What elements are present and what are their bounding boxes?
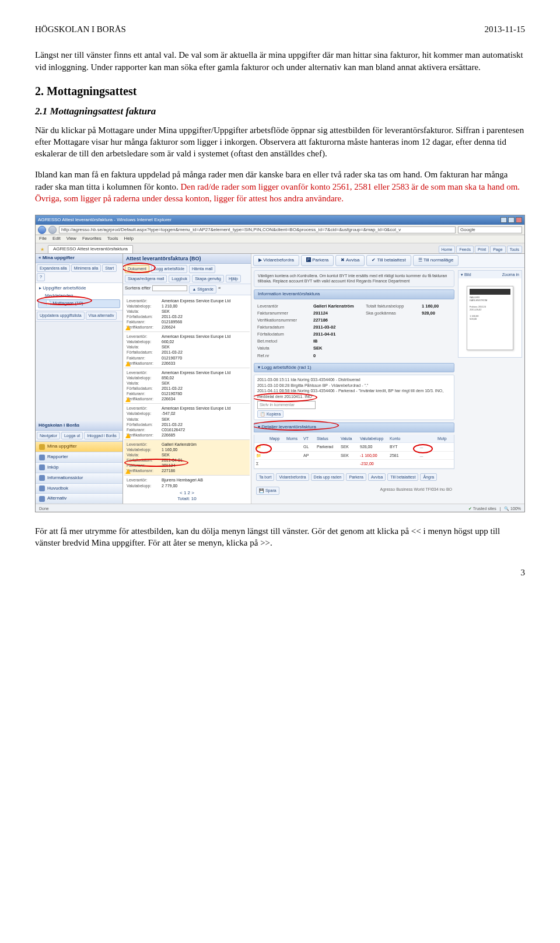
document-preview[interactable]: GALLERIKARLENSTRÖM Faktura 201124 2011-0… (467, 286, 513, 350)
toolbar-dokument[interactable]: Dokument (125, 265, 149, 273)
forward-button[interactable] (48, 226, 57, 234)
menu-favorites[interactable]: Favorites (82, 236, 102, 242)
show-alternatives-button[interactable]: Visa alternativ (86, 312, 117, 319)
toolbar-skapa[interactable]: Skapa/redigera mall (125, 275, 167, 282)
sidebar-tree: ▸ Uppgifter arbetsflöde Meddelanden 📄 Mo… (36, 283, 123, 310)
start-button[interactable]: Start (102, 264, 117, 272)
help-button[interactable]: ? (37, 273, 45, 281)
detail-row[interactable]: 📁APSEK-1 160,002581… (254, 452, 454, 460)
detail-sigma-value: -232,00 (360, 461, 389, 466)
address-bar-row: http://agresso.hb.se/agrprod/Default.asp… (36, 225, 524, 235)
menu-view[interactable]: View (66, 236, 76, 242)
back-button[interactable] (38, 226, 46, 234)
favorites-star-icon[interactable]: ★ (38, 247, 47, 253)
tree-meddelanden[interactable]: Meddelanden (38, 292, 120, 300)
nav-mina-uppgifter[interactable]: Mina uppgifter (36, 441, 123, 452)
invoice-thumbnail: ▾ BildZooma in GALLERIKARLENSTRÖM Faktur… (458, 270, 522, 358)
sort-direction[interactable]: ▲ Stigande (189, 285, 216, 293)
btn-normallage[interactable]: ☰ Till normalläge (413, 255, 459, 266)
menu-tools[interactable]: Tools (107, 236, 118, 242)
section-2-title: 2. Mottagningsattest (35, 83, 525, 99)
detail-action-toolbar: ▶ Vidarebefordra 🅿 Parkera ✖ Avvisa ✔ Ti… (251, 254, 524, 268)
comment-input[interactable]: Skriv in kommentar (257, 401, 316, 408)
copy-button[interactable]: 📋 Kopiera (257, 410, 284, 418)
collapse-all-button[interactable]: Minimera alla (71, 264, 102, 272)
tree-mottagare[interactable]: 📄 Mottagare (10) (38, 299, 120, 308)
instruction-box: Vänligen kontera och Kontrollera. Om kon… (254, 270, 454, 287)
invoice-card[interactable]: Leverantör:American Express Service Euro… (124, 296, 250, 333)
zoom-in-link[interactable]: Zooma in (502, 272, 519, 277)
logout-button[interactable]: Logga ut (61, 432, 83, 439)
kv-forf: 2011-04-01 (313, 331, 362, 337)
btn-parkera[interactable]: 🅿 Parkera (301, 255, 334, 266)
page-number: 3 (35, 567, 525, 578)
status-trusted: Trusted sites (473, 507, 496, 511)
toolbar-logg[interactable]: Logg arbetsflöde (151, 265, 187, 273)
loggedin-label: Inloggad i Borås (84, 432, 120, 439)
ie-tools-button[interactable]: Tools (507, 246, 522, 253)
invoice-card[interactable]: Leverantör:Bjurens Hembageri ABValutabel… (124, 476, 250, 488)
ie-feeds-button[interactable]: Feeds (456, 246, 473, 253)
minimize-button[interactable] (501, 217, 507, 223)
invoice-card[interactable]: Leverantör:American Express Service Euro… (124, 368, 250, 404)
rowaction-dela-upp-raden[interactable]: Dela upp raden (311, 473, 345, 481)
update-list-button[interactable]: Uppdatera uppgiftslista (37, 312, 85, 319)
toolbar-hamta[interactable]: Hämta mall (189, 265, 215, 273)
toolbar-hjalp[interactable]: Hjälp (226, 275, 241, 282)
sort-label: Sortera efter (125, 285, 150, 293)
tree-root[interactable]: ▸ Uppgifter arbetsflöde (38, 285, 120, 292)
rowaction-parkera[interactable]: Parkera (346, 473, 366, 481)
ie-print-button[interactable]: Print (475, 246, 489, 253)
nav-inkop[interactable]: Inköp (36, 462, 123, 473)
pager[interactable]: < 1 2 >Totalt: 10 (123, 489, 251, 504)
menu-help[interactable]: Help (124, 236, 133, 242)
toolbar-genvag[interactable]: Skapa genväg (192, 275, 224, 282)
close-button[interactable] (516, 217, 522, 223)
ie-home-button[interactable]: Home (439, 246, 456, 253)
browser-tab[interactable]: AGRESSO Attest leverantörsfaktura (48, 245, 133, 253)
detail-row[interactable]: 📁GLParkeradSEK928,00BYT…mälning,reg Elek… (254, 443, 454, 451)
navigator-button[interactable]: Navigator (37, 432, 60, 439)
expand-all-button[interactable]: Expandera alla (37, 264, 70, 272)
kv-ver-lbl: Verifikationsnummer (257, 317, 310, 323)
search-input[interactable]: Google (458, 226, 522, 233)
rowaction-till-betalattest[interactable]: Till betalattest (387, 473, 418, 481)
rowaction-ta-bort[interactable]: Ta bort (256, 473, 274, 481)
kv-fdat: 2011-03-02 (313, 324, 362, 330)
invoice-card[interactable]: Leverantör:American Express Service Euro… (124, 332, 250, 368)
status-zoom[interactable]: 100% (510, 507, 521, 511)
sort-row: Sortera efter ▲ Stigande « (123, 284, 251, 295)
ie-tab-row: ★ AGRESSO Attest leverantörsfaktura Home… (36, 243, 524, 254)
log-box: 2011-03-08 15:11 Ida Noring 033-4354406 … (254, 375, 454, 420)
paragraph-2a: När du klickar på Mottagare under Mina u… (35, 124, 525, 160)
rowaction-vidarebefordra[interactable]: Vidarebefordra (276, 473, 309, 481)
paragraph-1: Längst ner till vänster finns ett antal … (35, 49, 525, 73)
rowaction-ångra[interactable]: Ångra (420, 473, 437, 481)
invoice-card[interactable]: Leverantör:Galleri KarlenströmValutabelo… (124, 440, 250, 476)
nav-info[interactable]: Informationssidor (36, 473, 123, 483)
kv-ref-lbl: Ref.nr (257, 353, 310, 359)
collapse-icon[interactable]: « (218, 285, 220, 293)
btn-betalattest[interactable]: ✔ Till betalattest (366, 255, 411, 266)
detail-header[interactable]: ▾ Detaljer leverantörsfaktura (254, 422, 454, 432)
btn-avvisa[interactable]: ✖ Avvisa (335, 255, 365, 266)
menu-edit[interactable]: Edit (52, 236, 61, 242)
window-title: AGRESSO Attest leverantörsfaktura - Wind… (38, 217, 172, 223)
sort-field[interactable] (152, 285, 187, 291)
maximize-button[interactable] (508, 217, 514, 223)
kv-ref: 0 (313, 353, 362, 359)
menu-file[interactable]: File (39, 236, 47, 242)
save-button[interactable]: 💾 Spara (256, 487, 279, 494)
btn-vidarebefordra[interactable]: ▶ Vidarebefordra (253, 255, 299, 266)
rowaction-avvisa[interactable]: Avvisa (368, 473, 386, 481)
nav-rapporter[interactable]: Rapporter (36, 452, 123, 462)
invoice-list[interactable]: Leverantör:American Express Service Euro… (123, 295, 251, 489)
toolbar-loggbok[interactable]: Loggbok (169, 275, 190, 282)
log-header[interactable]: ▾ Logg arbetsflöde (rad 1) (254, 363, 454, 373)
invoice-card[interactable]: Leverantör:American Express Service Euro… (124, 404, 250, 440)
detail-table: MappMomsVTStatusValutaValutabeloppKontoM… (254, 435, 454, 469)
ie-page-button[interactable]: Page (490, 246, 505, 253)
nav-alternativ[interactable]: Alternativ (36, 493, 123, 504)
url-input[interactable]: http://agresso.hb.se/agrprod/Default.asp… (59, 226, 456, 233)
nav-huvudbok[interactable]: Huvudbok (36, 483, 123, 494)
